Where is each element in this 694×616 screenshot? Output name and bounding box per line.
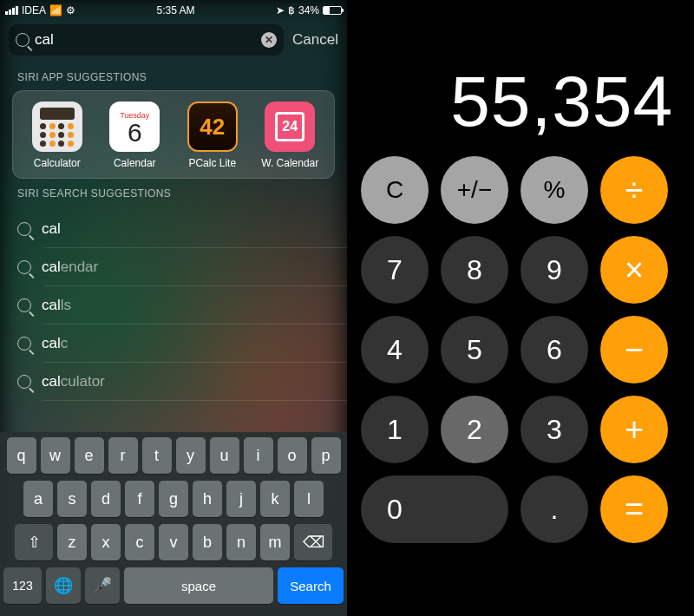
key-n[interactable]: n <box>226 524 256 560</box>
key-f[interactable]: f <box>125 481 154 517</box>
key-o[interactable]: o <box>278 437 307 474</box>
key-q[interactable]: q <box>7 437 36 474</box>
calc-decimal-button[interactable]: . <box>520 475 588 543</box>
display-value: 55,354 <box>450 61 673 142</box>
search-icon <box>16 33 29 47</box>
calculator-keypad: C +/− % ÷ 7 8 9 × 4 5 6 − 1 2 3 + 0 . = <box>347 156 694 616</box>
calc-9-button[interactable]: 9 <box>520 236 588 304</box>
carrier-label: IDEA <box>22 4 46 16</box>
calc-multiply-button[interactable]: × <box>600 236 668 304</box>
suggestion-row[interactable]: calc <box>0 324 347 363</box>
battery-icon <box>323 6 342 15</box>
keyboard: q w e r t y u i o p a s d f g h j k l <box>0 432 347 616</box>
key-backspace[interactable]: ⌫ <box>294 524 332 560</box>
key-y[interactable]: y <box>176 437 206 474</box>
key-p[interactable]: p <box>311 437 341 474</box>
suggestion-row[interactable]: calendar <box>0 248 347 286</box>
calc-0-button[interactable]: 0 <box>361 475 508 543</box>
key-i[interactable]: i <box>244 437 273 474</box>
app-calendar[interactable]: Tuesday 6 Calendar <box>97 102 172 169</box>
app-label: Calculator <box>34 157 81 169</box>
bluetooth-icon: ฿ <box>288 4 295 16</box>
suggestion-row[interactable]: cal <box>0 210 347 248</box>
location-icon: ➤ <box>276 4 285 16</box>
calc-3-button[interactable]: 3 <box>520 396 588 463</box>
calc-percent-button[interactable]: % <box>520 156 588 224</box>
key-e[interactable]: e <box>75 437 104 474</box>
calendar-app-icon: Tuesday 6 <box>109 102 160 152</box>
key-globe[interactable]: 🌐 <box>46 567 81 604</box>
battery-percent: 34% <box>298 4 319 16</box>
calc-7-button[interactable]: 7 <box>361 236 429 304</box>
app-calculator[interactable]: Calculator <box>20 102 95 169</box>
key-m[interactable]: m <box>260 524 290 560</box>
key-t[interactable]: t <box>142 437 172 474</box>
app-label: PCalc Lite <box>188 157 236 169</box>
calc-subtract-button[interactable]: − <box>600 316 668 383</box>
calc-5-button[interactable]: 5 <box>441 316 508 383</box>
loading-icon: ⚙ <box>66 4 75 16</box>
app-wcalendar[interactable]: 24 W. Calendar <box>252 102 327 169</box>
key-search[interactable]: Search <box>278 567 344 604</box>
calc-8-button[interactable]: 8 <box>441 236 508 304</box>
pcalc-app-icon: 42 <box>187 102 238 152</box>
search-icon <box>17 298 31 312</box>
calc-divide-button[interactable]: ÷ <box>600 156 668 224</box>
app-pcalc[interactable]: 42 PCalc Lite <box>175 102 250 169</box>
wcalendar-app-icon: 24 <box>265 102 315 152</box>
search-icon <box>17 337 31 351</box>
calc-4-button[interactable]: 4 <box>361 316 429 383</box>
key-j[interactable]: j <box>226 481 256 517</box>
suggestion-row[interactable]: calculator <box>0 363 347 401</box>
key-shift[interactable]: ⇧ <box>15 524 53 560</box>
app-suggestions-card: Calculator Tuesday 6 Calendar 42 PCalc L… <box>12 90 335 179</box>
key-123[interactable]: 123 <box>3 567 42 604</box>
key-b[interactable]: b <box>193 524 222 560</box>
key-l[interactable]: l <box>294 481 324 517</box>
key-k[interactable]: k <box>260 481 290 517</box>
app-label: W. Calendar <box>261 157 318 169</box>
key-h[interactable]: h <box>193 481 222 517</box>
search-suggestions-list: cal calendar calls calc calculator <box>0 206 347 401</box>
key-g[interactable]: g <box>159 481 188 517</box>
key-d[interactable]: d <box>91 481 121 517</box>
spotlight-screenshot: IDEA 📶 ⚙ 5:35 AM ➤ ฿ 34% ✕ Cancel SIRI A… <box>0 0 347 616</box>
key-x[interactable]: x <box>91 524 121 560</box>
search-icon <box>17 260 31 274</box>
key-a[interactable]: a <box>23 481 53 517</box>
key-z[interactable]: z <box>57 524 87 560</box>
calc-6-button[interactable]: 6 <box>520 316 588 383</box>
clock: 5:35 AM <box>156 4 194 16</box>
app-label: Calendar <box>114 157 156 169</box>
signal-icon <box>5 6 18 15</box>
app-suggestions-header: SIRI APP SUGGESTIONS <box>0 62 347 90</box>
search-suggestions-header: SIRI SEARCH SUGGESTIONS <box>0 179 347 206</box>
search-icon <box>17 222 31 236</box>
key-w[interactable]: w <box>41 437 70 474</box>
calculator-display: 55,354 <box>347 0 694 156</box>
key-mic[interactable]: 🎤 <box>85 567 120 604</box>
key-s[interactable]: s <box>57 481 87 517</box>
calc-1-button[interactable]: 1 <box>361 396 429 463</box>
cancel-button[interactable]: Cancel <box>292 31 338 49</box>
search-input[interactable] <box>35 31 256 49</box>
key-v[interactable]: v <box>159 524 188 560</box>
calc-sign-button[interactable]: +/− <box>441 156 508 224</box>
key-r[interactable]: r <box>108 437 138 474</box>
suggestion-row[interactable]: calls <box>0 286 347 324</box>
calc-2-button[interactable]: 2 <box>441 396 508 463</box>
key-space[interactable]: space <box>124 567 273 604</box>
wifi-icon: 📶 <box>49 4 62 16</box>
status-bar: IDEA 📶 ⚙ 5:35 AM ➤ ฿ 34% <box>0 0 347 19</box>
search-field[interactable]: ✕ <box>9 24 284 56</box>
clear-icon[interactable]: ✕ <box>261 32 277 48</box>
calc-add-button[interactable]: + <box>600 396 668 463</box>
search-icon <box>17 375 31 389</box>
key-u[interactable]: u <box>210 437 239 474</box>
calculator-app-icon <box>32 102 82 152</box>
key-c[interactable]: c <box>125 524 154 560</box>
calc-clear-button[interactable]: C <box>361 156 429 224</box>
calculator-app: 55,354 C +/− % ÷ 7 8 9 × 4 5 6 − 1 2 3 +… <box>347 0 694 616</box>
calc-equals-button[interactable]: = <box>600 475 668 543</box>
